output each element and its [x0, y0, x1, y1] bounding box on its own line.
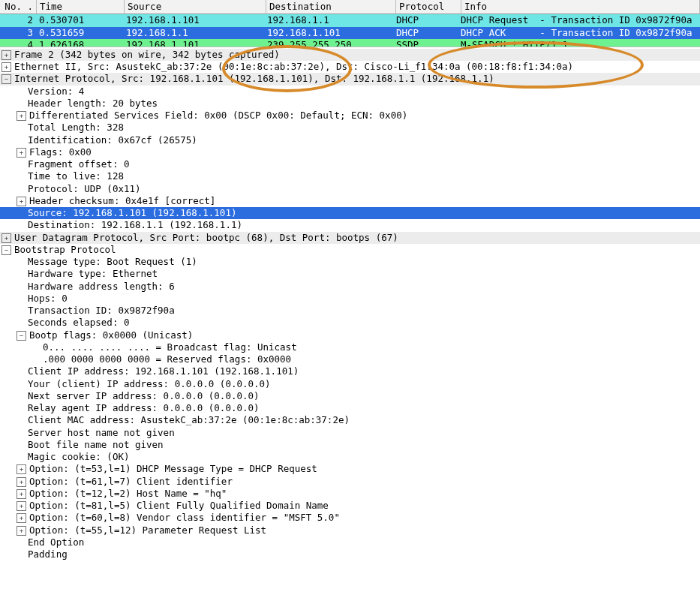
tree-item[interactable]: Total Length: 328 — [0, 122, 700, 134]
tree-item[interactable]: Next server IP address: 0.0.0.0 (0.0.0.0… — [0, 390, 700, 402]
tree-item-bootp[interactable]: − Bootstrap Protocol — [0, 244, 700, 256]
expand-icon[interactable]: + — [2, 50, 11, 60]
tree-item[interactable]: +Option: (t=81,l=5) Client Fully Qualifi… — [0, 500, 700, 512]
tree-item[interactable]: Transaction ID: 0x9872f90a — [0, 305, 700, 317]
col-header-dest[interactable]: Destination — [266, 0, 396, 14]
cell-proto: DHCP — [393, 14, 458, 26]
cell-info: DHCP Request - Transaction ID 0x9872f90a — [458, 14, 700, 26]
cell-info: M-SEARCH * HTTP/1.1 — [458, 39, 700, 47]
packet-row[interactable]: 2 0.530701 192.168.1.101 192.168.1.1 DHC… — [0, 14, 700, 26]
bootp-hwalen: Hardware address length: 6 — [28, 281, 175, 293]
bootp-endopt: End Option — [28, 536, 84, 548]
packet-row-selected[interactable]: 3 0.531659 192.168.1.1 192.168.1.101 DHC… — [0, 27, 700, 39]
tree-item[interactable]: +Option: (t=53,l=1) DHCP Message Type = … — [0, 463, 700, 475]
packet-list-pane[interactable]: No. . Time Source Destination Protocol I… — [0, 0, 700, 47]
tree-item[interactable]: Hardware address length: 6 — [0, 281, 700, 293]
expand-icon[interactable]: + — [2, 233, 11, 243]
cell-dst: 192.168.1.101 — [264, 27, 393, 39]
tree-item[interactable]: Hardware type: Ethernet — [0, 268, 700, 280]
bootp-file: Boot file name not given — [28, 439, 164, 451]
bootp-flag-reserved: .000 0000 0000 0000 = Reserved flags: 0x… — [43, 353, 291, 365]
tree-item[interactable]: Seconds elapsed: 0 — [0, 317, 700, 329]
tree-item[interactable]: Boot file name not given — [0, 439, 700, 451]
tree-item[interactable]: Your (client) IP address: 0.0.0.0 (0.0.0… — [0, 378, 700, 390]
ip-header-length: Header length: 20 bytes — [28, 98, 158, 110]
collapse-icon[interactable]: − — [17, 331, 26, 341]
tree-item[interactable]: Protocol: UDP (0x11) — [0, 183, 700, 195]
expand-icon[interactable]: + — [2, 62, 11, 72]
bootp-flags: Bootp flags: 0x0000 (Unicast) — [29, 329, 193, 341]
expand-icon[interactable]: + — [17, 526, 26, 536]
expand-icon[interactable]: + — [17, 111, 26, 121]
tree-item[interactable]: Padding — [0, 548, 700, 560]
tree-item[interactable]: Hops: 0 — [0, 293, 700, 305]
tree-item[interactable]: +Option: (t=12,l=2) Host Name = "hq" — [0, 488, 700, 500]
tree-item[interactable]: Destination: 192.168.1.1 (192.168.1.1) — [0, 219, 700, 231]
tree-item[interactable]: Client MAC address: AsustekC_ab:37:2e (0… — [0, 414, 700, 426]
ip-dest-address: Destination: 192.168.1.1 (192.168.1.1) — [28, 219, 242, 231]
tree-item[interactable]: Fragment offset: 0 — [0, 158, 700, 170]
tree-item[interactable]: +Differentiated Services Field: 0x00 (DS… — [0, 110, 700, 122]
tree-item[interactable]: Server host name not given — [0, 427, 700, 439]
tree-item[interactable]: +Flags: 0x00 — [0, 146, 700, 158]
tree-item[interactable]: +Header checksum: 0x4e1f [correct] — [0, 195, 700, 207]
col-header-info[interactable]: Info — [461, 0, 700, 14]
tree-item[interactable]: Time to live: 128 — [0, 170, 700, 182]
frame-summary: Frame 2 (342 bytes on wire, 342 bytes ca… — [14, 49, 280, 61]
ip-dsf: Differentiated Services Field: 0x00 (DSC… — [29, 110, 407, 122]
ip-protocol: Protocol: UDP (0x11) — [28, 183, 141, 195]
tree-item-ethernet[interactable]: + Ethernet II, Src: AsustekC_ab:37:2e (0… — [0, 61, 700, 73]
expand-icon[interactable]: + — [17, 489, 26, 499]
col-header-no[interactable]: No. . — [0, 0, 37, 14]
tree-item-frame[interactable]: + Frame 2 (342 bytes on wire, 342 bytes … — [0, 49, 700, 61]
ip-identification: Identification: 0x67cf (26575) — [28, 134, 197, 146]
tree-item[interactable]: End Option — [0, 536, 700, 548]
col-header-time[interactable]: Time — [37, 0, 125, 14]
expand-icon[interactable]: + — [17, 197, 26, 206]
cell-src: 192.168.1.101 — [123, 39, 264, 47]
packet-row[interactable]: 4 1.626168 192.168.1.101 239.255.255.250… — [0, 39, 700, 47]
cell-dst: 239.255.255.250 — [264, 39, 393, 47]
bootp-opt55: Option: (t=55,l=12) Parameter Request Li… — [29, 524, 266, 536]
col-header-proto[interactable]: Protocol — [396, 0, 461, 14]
collapse-icon[interactable]: − — [2, 245, 11, 255]
cell-src: 192.168.1.101 — [123, 14, 264, 26]
cell-no: 2 — [0, 14, 36, 26]
expand-icon[interactable]: + — [17, 148, 26, 158]
tree-item[interactable]: Identification: 0x67cf (26575) — [0, 134, 700, 146]
ip-total-length: Total Length: 328 — [28, 122, 124, 134]
ip-flags: Flags: 0x00 — [29, 146, 92, 158]
expand-icon[interactable]: + — [17, 501, 26, 511]
expand-icon[interactable]: + — [17, 477, 26, 487]
bootp-msgtype: Message type: Boot Request (1) — [28, 256, 197, 268]
tree-item[interactable]: +Option: (t=60,l=8) Vendor class identif… — [0, 512, 700, 524]
bootp-yiaddr: Your (client) IP address: 0.0.0.0 (0.0.0… — [28, 378, 271, 390]
col-header-source[interactable]: Source — [125, 0, 266, 14]
tree-item[interactable]: −Bootp flags: 0x0000 (Unicast) — [0, 329, 700, 341]
cell-dst: 192.168.1.1 — [264, 14, 393, 26]
bootp-ciaddr: Client IP address: 192.168.1.101 (192.16… — [28, 365, 299, 377]
tree-item[interactable]: 0... .... .... .... = Broadcast flag: Un… — [0, 341, 700, 353]
tree-item[interactable]: Magic cookie: (OK) — [0, 451, 700, 463]
ip-frag-offset: Fragment offset: 0 — [28, 158, 129, 170]
tree-item[interactable]: Message type: Boot Request (1) — [0, 256, 700, 268]
bootp-opt60: Option: (t=60,l=8) Vendor class identifi… — [29, 512, 340, 524]
packet-list-header: No. . Time Source Destination Protocol I… — [0, 0, 700, 14]
tree-item[interactable]: +Option: (t=61,l=7) Client identifier — [0, 476, 700, 488]
packet-details-pane[interactable]: + Frame 2 (342 bytes on wire, 342 bytes … — [0, 47, 700, 564]
expand-icon[interactable]: + — [17, 464, 26, 474]
tree-item-udp[interactable]: + User Datagram Protocol, Src Port: boot… — [0, 232, 700, 244]
expand-icon[interactable]: + — [17, 513, 26, 523]
tree-item[interactable]: .000 0000 0000 0000 = Reserved flags: 0x… — [0, 353, 700, 365]
bootp-hwtype: Hardware type: Ethernet — [28, 268, 158, 280]
tree-item-ip[interactable]: − Internet Protocol, Src: 192.168.1.101 … — [0, 73, 700, 85]
ip-source-address: Source: 192.168.1.101 (192.168.1.101) — [28, 207, 236, 219]
cell-src: 192.168.1.1 — [123, 27, 264, 39]
tree-item[interactable]: Client IP address: 192.168.1.101 (192.16… — [0, 365, 700, 377]
tree-item[interactable]: Version: 4 — [0, 86, 700, 98]
tree-item[interactable]: +Option: (t=55,l=12) Parameter Request L… — [0, 524, 700, 536]
tree-item[interactable]: Header length: 20 bytes — [0, 98, 700, 110]
tree-item-selected[interactable]: Source: 192.168.1.101 (192.168.1.101) — [0, 207, 700, 219]
collapse-icon[interactable]: − — [2, 74, 11, 84]
tree-item[interactable]: Relay agent IP address: 0.0.0.0 (0.0.0.0… — [0, 402, 700, 414]
